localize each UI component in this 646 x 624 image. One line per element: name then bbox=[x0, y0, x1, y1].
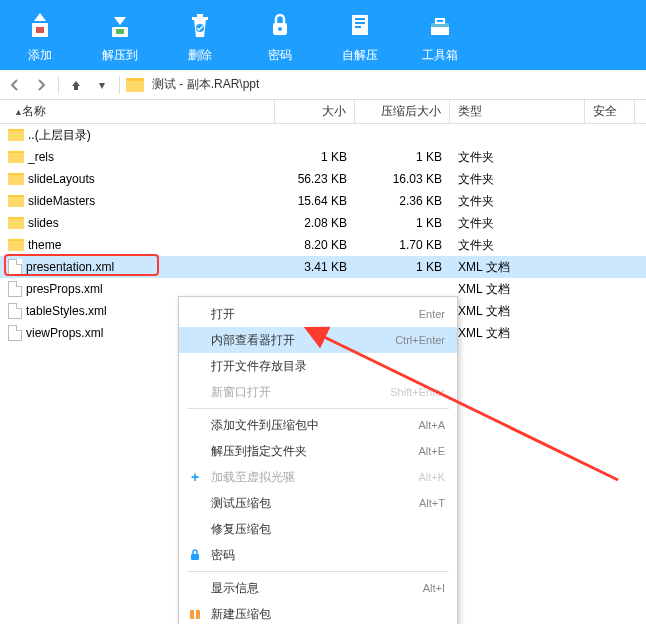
nav-up-button[interactable] bbox=[65, 74, 87, 96]
file-row[interactable]: theme8.20 KB1.70 KB文件夹 bbox=[0, 234, 646, 256]
svg-point-8 bbox=[278, 27, 282, 31]
folder-icon bbox=[8, 151, 24, 163]
sfx-icon bbox=[342, 7, 378, 43]
file-icon bbox=[8, 259, 22, 275]
column-header-size[interactable]: 大小 bbox=[275, 100, 355, 123]
file-size: 2.08 KB bbox=[275, 216, 355, 230]
menu-separator bbox=[187, 571, 449, 572]
menu-item[interactable]: 测试压缩包Alt+T bbox=[179, 490, 457, 516]
menu-item-label: 添加文件到压缩包中 bbox=[211, 417, 319, 434]
toolbar-label: 添加 bbox=[28, 47, 52, 64]
menu-item[interactable]: 内部查看器打开Ctrl+Enter bbox=[179, 327, 457, 353]
folder-icon bbox=[8, 173, 24, 185]
menu-item-shortcut: Alt+K bbox=[418, 471, 445, 483]
folder-icon bbox=[126, 78, 144, 92]
menu-item-shortcut: Shift+Enter bbox=[390, 386, 445, 398]
file-compressed-size: 16.03 KB bbox=[355, 172, 450, 186]
menu-item-label: 密码 bbox=[211, 547, 235, 564]
file-row[interactable]: _rels1 KB1 KB文件夹 bbox=[0, 146, 646, 168]
menu-item[interactable]: 解压到指定文件夹Alt+E bbox=[179, 438, 457, 464]
file-compressed-size: 1 KB bbox=[355, 260, 450, 274]
toolbar-label: 密码 bbox=[268, 47, 292, 64]
menu-item-shortcut: Alt+A bbox=[418, 419, 445, 431]
menu-separator bbox=[187, 408, 449, 409]
folder-icon bbox=[8, 239, 24, 251]
nav-back-button[interactable] bbox=[4, 74, 26, 96]
svg-rect-4 bbox=[192, 17, 208, 20]
file-size: 56.23 KB bbox=[275, 172, 355, 186]
svg-rect-11 bbox=[355, 22, 365, 24]
menu-item-label: 打开 bbox=[211, 306, 235, 323]
menu-item-shortcut: Alt+T bbox=[419, 497, 445, 509]
file-type: 文件夹 bbox=[450, 193, 585, 210]
file-name: ..(上层目录) bbox=[28, 127, 91, 144]
extract-icon bbox=[102, 7, 138, 43]
folder-icon bbox=[8, 129, 24, 141]
svg-rect-3 bbox=[116, 29, 124, 34]
menu-item[interactable]: 显示信息Alt+I bbox=[179, 575, 457, 601]
toolbar-sfx-button[interactable]: 自解压 bbox=[320, 0, 400, 70]
file-row[interactable]: slides2.08 KB1 KB文件夹 bbox=[0, 212, 646, 234]
file-row[interactable]: slideLayouts56.23 KB16.03 KB文件夹 bbox=[0, 168, 646, 190]
menu-item-label: 新窗口打开 bbox=[211, 384, 271, 401]
folder-icon bbox=[8, 217, 24, 229]
toolbar-label: 自解压 bbox=[342, 47, 378, 64]
menu-item[interactable]: 打开文件存放目录 bbox=[179, 353, 457, 379]
toolbar-extract-button[interactable]: 解压到 bbox=[80, 0, 160, 70]
file-type: XML 文档 bbox=[450, 281, 585, 298]
file-name: presentation.xml bbox=[26, 260, 114, 274]
file-type: 文件夹 bbox=[450, 237, 585, 254]
svg-rect-5 bbox=[197, 14, 203, 17]
toolbar-label: 工具箱 bbox=[422, 47, 458, 64]
folder-icon bbox=[8, 195, 24, 207]
menu-item[interactable]: 添加文件到压缩包中Alt+A bbox=[179, 412, 457, 438]
main-toolbar: 添加解压到删除密码自解压工具箱 bbox=[0, 0, 646, 70]
file-type: XML 文档 bbox=[450, 325, 585, 342]
file-size: 3.41 KB bbox=[275, 260, 355, 274]
menu-item[interactable]: 新建压缩包 bbox=[179, 601, 457, 624]
file-row[interactable]: presentation.xml3.41 KB1 KBXML 文档 bbox=[0, 256, 646, 278]
table-header: ▲名称 大小 压缩后大小 类型 安全 bbox=[0, 100, 646, 124]
file-icon bbox=[8, 325, 22, 341]
file-type: XML 文档 bbox=[450, 303, 585, 320]
svg-rect-15 bbox=[436, 19, 444, 23]
file-name: _rels bbox=[28, 150, 54, 164]
toolbar-add-button[interactable]: 添加 bbox=[0, 0, 80, 70]
menu-item-shortcut: Enter bbox=[419, 308, 445, 320]
menu-item[interactable]: 密码 bbox=[179, 542, 457, 568]
toolbar-toolbox-button[interactable]: 工具箱 bbox=[400, 0, 480, 70]
file-name: slideLayouts bbox=[28, 172, 95, 186]
nav-forward-button[interactable] bbox=[30, 74, 52, 96]
toolbar-delete-button[interactable]: 删除 bbox=[160, 0, 240, 70]
menu-item[interactable]: 打开Enter bbox=[179, 301, 457, 327]
file-name: slides bbox=[28, 216, 59, 230]
svg-rect-10 bbox=[355, 18, 365, 20]
toolbar-lock-button[interactable]: 密码 bbox=[240, 0, 320, 70]
file-icon bbox=[8, 303, 22, 319]
file-type: XML 文档 bbox=[450, 259, 585, 276]
plus-icon: + bbox=[187, 469, 203, 485]
file-size: 8.20 KB bbox=[275, 238, 355, 252]
file-size: 1 KB bbox=[275, 150, 355, 164]
file-compressed-size: 1.70 KB bbox=[355, 238, 450, 252]
column-header-name[interactable]: ▲名称 bbox=[0, 100, 275, 123]
file-compressed-size: 2.36 KB bbox=[355, 194, 450, 208]
file-name: theme bbox=[28, 238, 61, 252]
archive-icon bbox=[187, 606, 203, 622]
context-menu: 打开Enter内部查看器打开Ctrl+Enter打开文件存放目录新窗口打开Shi… bbox=[178, 296, 458, 624]
menu-item: +加载至虚拟光驱Alt+K bbox=[179, 464, 457, 490]
file-row[interactable]: ..(上层目录) bbox=[0, 124, 646, 146]
file-name: viewProps.xml bbox=[26, 326, 103, 340]
add-icon bbox=[22, 7, 58, 43]
menu-item-shortcut: Ctrl+Enter bbox=[395, 334, 445, 346]
column-header-compressed[interactable]: 压缩后大小 bbox=[355, 100, 450, 123]
file-name: slideMasters bbox=[28, 194, 95, 208]
column-header-type[interactable]: 类型 bbox=[450, 100, 585, 123]
delete-icon bbox=[182, 7, 218, 43]
nav-dropdown-button[interactable]: ▾ bbox=[91, 74, 113, 96]
file-compressed-size: 1 KB bbox=[355, 216, 450, 230]
menu-item[interactable]: 修复压缩包 bbox=[179, 516, 457, 542]
column-header-security[interactable]: 安全 bbox=[585, 100, 635, 123]
file-row[interactable]: slideMasters15.64 KB2.36 KB文件夹 bbox=[0, 190, 646, 212]
menu-item-label: 打开文件存放目录 bbox=[211, 358, 307, 375]
